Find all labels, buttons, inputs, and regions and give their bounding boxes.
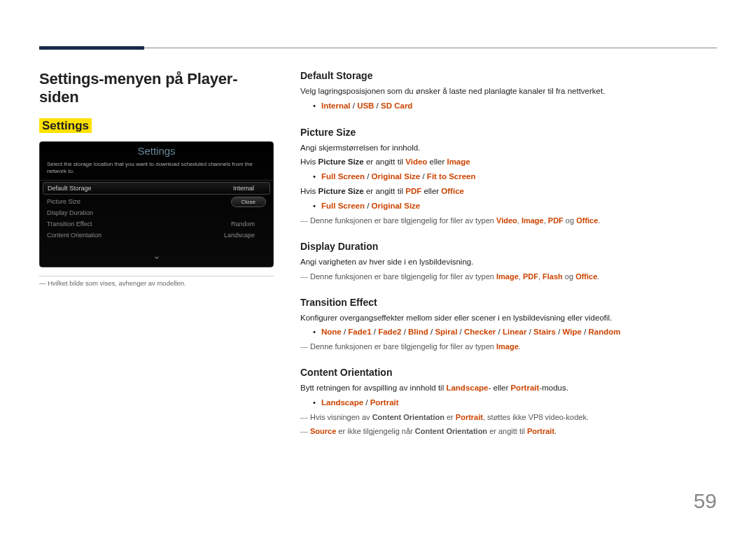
page-content: Settings-menyen på Player-siden Settings… [39,70,717,451]
option-list: Internal / USB / SD Card [300,100,717,113]
section-picture-size: Picture Size Angi skjermstørrelsen for i… [300,127,717,227]
right-column: Default Storage Velg lagringsposisjonen … [300,70,717,451]
opt: Internal [321,101,351,110]
screenshot-footnote: Hvilket bilde som vises, avhenger av mod… [39,276,274,287]
section-text: Hvis Picture Size er angitt til Video el… [300,156,717,169]
menu-row-default-storage: Default Storage Internal [43,182,270,195]
row-value: Random [231,220,255,227]
row-value: Landscape [224,232,255,239]
row-label: Content Orientation [47,232,102,239]
page-title: Settings-menyen på Player-siden [39,70,274,106]
section-heading: Picture Size [300,127,717,138]
chevron-down-icon: ⌄ [153,250,161,261]
option-list: Full Screen / Original Size / Fit to Scr… [300,171,717,183]
row-label: Default Storage [48,185,92,192]
section-transition-effect: Transition Effect Konfigurer overgangsef… [300,297,717,353]
opt: SD Card [381,101,412,110]
note: Denne funksjonen er bare tilgjengelig fo… [300,341,717,353]
note: Source er ikke tilgjengelig når Content … [300,426,717,437]
screenshot-title: Settings [40,142,273,160]
section-text: Velg lagringsposisjonen som du ønsker å … [300,85,717,98]
section-heading: Content Orientation [300,367,717,378]
screenshot-description: Select the storage location that you wan… [40,160,273,181]
section-content-orientation: Content Orientation Bytt retningen for a… [300,367,717,437]
menu-row-content-orientation: Content Orientation Landscape [40,230,273,241]
page-number: 59 [694,489,717,513]
menu-row-display-duration: Display Duration [40,207,273,218]
row-label: Transition Effect [47,220,92,227]
row-label: Display Duration [47,209,93,216]
note: Denne funksjonen er bare tilgjengelig fo… [300,215,717,227]
menu-row-transition-effect: Transition Effect Random [40,218,273,230]
section-text: Hvis Picture Size er angitt til PDF elle… [300,185,717,198]
section-heading: Transition Effect [300,297,717,308]
section-text: Angi skjermstørrelsen for innhold. [300,142,717,155]
page-subtitle: Settings [39,118,92,133]
note: Denne funksjonen er bare tilgjengelig fo… [300,271,717,283]
section-text: Konfigurer overgangseffekter mellom side… [300,312,717,325]
option-list: Landscape / Portrait [300,397,717,409]
header-accent [39,46,144,50]
row-value: Internal [233,185,254,192]
section-text: Angi varigheten av hver side i en lysbil… [300,256,717,269]
close-button[interactable]: Close [231,197,266,207]
section-default-storage: Default Storage Velg lagringsposisjonen … [300,70,717,113]
note: Hvis visningen av Content Orientation er… [300,412,717,423]
opt: USB [357,101,374,110]
option-list: Full Screen / Original Size [300,200,717,213]
left-column: Settings-menyen på Player-siden Settings… [39,70,274,451]
row-label: Picture Size [47,198,80,205]
section-display-duration: Display Duration Angi varigheten av hver… [300,241,717,283]
section-heading: Default Storage [300,70,717,81]
section-text: Bytt retningen for avspilling av innhold… [300,382,717,395]
option-list: None / Fade1 / Fade2 / Blind / Spiral / … [300,326,717,339]
device-screenshot: Settings Select the storage location tha… [39,141,274,267]
section-heading: Display Duration [300,241,717,252]
